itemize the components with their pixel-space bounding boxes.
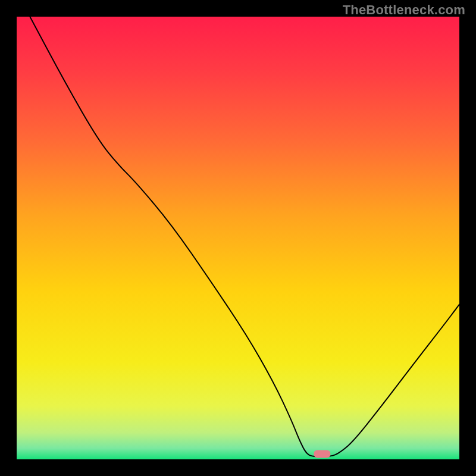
optimal-marker [314,450,330,458]
chart-svg [17,17,459,459]
bottleneck-chart [17,17,459,459]
watermark-text: TheBottleneck.com [343,2,465,18]
gradient-background [17,17,459,459]
chart-frame: TheBottleneck.com [0,0,476,476]
